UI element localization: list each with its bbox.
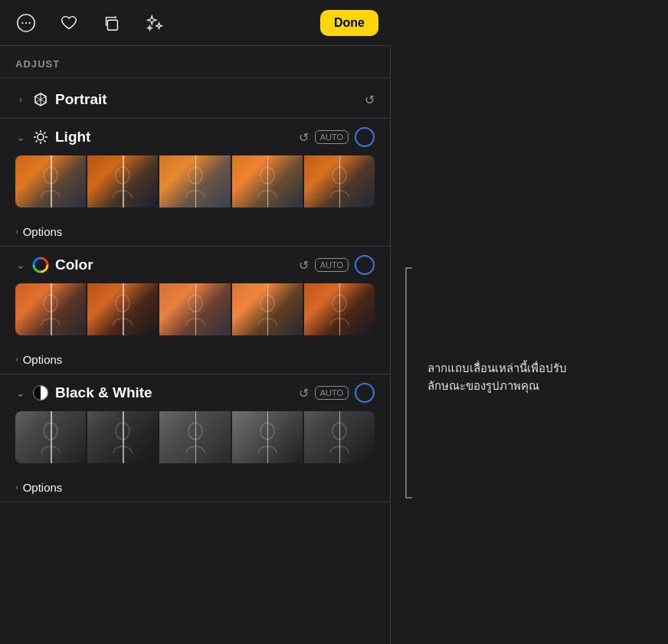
svg-point-26 xyxy=(116,423,129,440)
right-area: ลากแถบเลื่อนเหล่านี้เพื่อปรับ ลักษณะของร… xyxy=(391,46,668,644)
section-color: ⌄ Color ↺ AUTO xyxy=(0,247,390,374)
bw-section-header[interactable]: ⌄ Black & White ↺ AUTO xyxy=(15,374,375,411)
bw-options-chevron: › xyxy=(15,482,18,492)
bracket-svg xyxy=(400,260,415,505)
light-chevron: ⌄ xyxy=(15,131,26,143)
annotation-container: ลากแถบเลื่อนเหล่านี้เพื่อปรับ ลักษณะของร… xyxy=(427,260,567,394)
light-auto-badge[interactable]: AUTO xyxy=(315,130,349,144)
copy-button[interactable] xyxy=(98,9,126,37)
light-thumb-3[interactable] xyxy=(159,155,230,208)
color-auto-badge[interactable]: AUTO xyxy=(315,258,349,272)
svg-line-11 xyxy=(44,140,45,142)
bw-toggle[interactable] xyxy=(355,383,375,403)
annotation-line1: ลากแถบเลื่อนเหล่านี้เพื่อปรับ xyxy=(427,361,567,374)
svg-point-21 xyxy=(116,295,129,312)
bw-revert-icon[interactable]: ↺ xyxy=(299,386,309,400)
color-thumb-5[interactable] xyxy=(304,283,375,335)
svg-point-20 xyxy=(44,295,57,312)
portrait-icon xyxy=(32,91,49,108)
svg-point-5 xyxy=(38,134,44,140)
svg-point-2 xyxy=(25,21,27,23)
color-photo-strip xyxy=(15,283,375,335)
svg-point-27 xyxy=(188,423,202,440)
portrait-revert-icon[interactable]: ↺ xyxy=(365,93,375,107)
main-layout: ADJUST › Portrait ↺ xyxy=(0,46,668,644)
svg-line-13 xyxy=(36,140,38,142)
svg-line-12 xyxy=(44,132,45,134)
annotation-line2: ลักษณะของรูปภาพคุณ xyxy=(427,379,539,392)
svg-point-15 xyxy=(116,167,129,184)
light-controls: ↺ AUTO xyxy=(299,127,375,147)
color-options-chevron: › xyxy=(15,355,18,364)
color-chevron: ⌄ xyxy=(15,259,26,271)
portrait-controls: ↺ xyxy=(365,93,375,107)
light-toggle[interactable] xyxy=(355,127,375,147)
color-icon xyxy=(32,257,49,273)
light-icon xyxy=(32,129,49,145)
svg-point-29 xyxy=(332,423,346,440)
toolbar: Done xyxy=(0,0,391,46)
light-options-label: Options xyxy=(23,225,63,238)
color-thumb-1[interactable] xyxy=(15,283,86,335)
svg-point-14 xyxy=(44,167,57,184)
bw-thumb-1[interactable] xyxy=(15,411,86,463)
done-button[interactable]: Done xyxy=(320,10,378,36)
svg-point-16 xyxy=(188,167,202,184)
light-options-row[interactable]: › Options xyxy=(15,217,375,246)
adjust-header: ADJUST xyxy=(0,46,390,78)
bw-options-label: Options xyxy=(23,481,63,494)
svg-point-1 xyxy=(21,21,23,23)
light-revert-icon[interactable]: ↺ xyxy=(299,130,309,145)
color-thumb-2[interactable] xyxy=(87,283,158,335)
svg-point-17 xyxy=(260,167,274,184)
color-thumb-3[interactable] xyxy=(159,283,230,335)
section-bw: ⌄ Black & White ↺ AUTO xyxy=(0,374,390,502)
color-thumb-4[interactable] xyxy=(232,283,303,335)
bw-controls: ↺ AUTO xyxy=(299,383,375,403)
left-panel: ADJUST › Portrait ↺ xyxy=(0,46,391,644)
bw-thumb-5[interactable] xyxy=(304,411,375,463)
section-portrait: › Portrait ↺ xyxy=(0,81,390,119)
bracket-annotation: ลากแถบเลื่อนเหล่านี้เพื่อปรับ ลักษณะของร… xyxy=(400,260,567,505)
color-controls: ↺ AUTO xyxy=(299,255,375,275)
favorite-button[interactable] xyxy=(55,9,83,37)
light-thumb-5[interactable] xyxy=(304,155,375,208)
bw-chevron: ⌄ xyxy=(15,387,26,399)
bw-photo-strip xyxy=(15,411,375,463)
enhance-button[interactable] xyxy=(141,9,169,37)
light-options-chevron: › xyxy=(15,227,18,236)
light-thumb-2[interactable] xyxy=(87,155,158,208)
portrait-section-header[interactable]: › Portrait ↺ xyxy=(15,81,375,118)
ellipsis-button[interactable] xyxy=(12,9,40,37)
portrait-title: Portrait xyxy=(55,91,359,108)
svg-point-25 xyxy=(44,423,57,440)
svg-point-28 xyxy=(260,423,274,440)
color-toggle[interactable] xyxy=(355,255,375,275)
color-options-label: Options xyxy=(23,353,63,366)
svg-point-23 xyxy=(260,295,274,312)
color-section-header[interactable]: ⌄ Color ↺ AUTO xyxy=(15,247,375,283)
light-title: Light xyxy=(55,129,293,145)
svg-rect-4 xyxy=(107,20,117,30)
bw-options-row[interactable]: › Options xyxy=(15,472,375,502)
portrait-chevron: › xyxy=(15,94,26,105)
bw-thumb-2[interactable] xyxy=(87,411,158,463)
svg-point-3 xyxy=(29,21,31,23)
svg-point-18 xyxy=(332,167,346,184)
light-section-header[interactable]: ⌄ Light xyxy=(15,119,375,155)
bw-icon xyxy=(32,384,49,401)
bw-thumb-4[interactable] xyxy=(232,411,303,463)
svg-line-10 xyxy=(36,132,38,134)
color-options-row[interactable]: › Options xyxy=(15,345,375,374)
section-light: ⌄ Light xyxy=(0,119,390,247)
annotation-text: ลากแถบเลื่อนเหล่านี้เพื่อปรับ ลักษณะของร… xyxy=(427,360,567,394)
svg-point-22 xyxy=(188,295,202,312)
color-revert-icon[interactable]: ↺ xyxy=(299,258,309,273)
color-title: Color xyxy=(55,257,293,273)
light-photo-strip xyxy=(15,155,375,208)
light-thumb-4[interactable] xyxy=(232,155,303,208)
svg-point-24 xyxy=(332,295,346,312)
light-thumb-1[interactable] xyxy=(15,155,86,208)
bw-auto-badge[interactable]: AUTO xyxy=(315,386,349,400)
bw-thumb-3[interactable] xyxy=(159,411,230,463)
